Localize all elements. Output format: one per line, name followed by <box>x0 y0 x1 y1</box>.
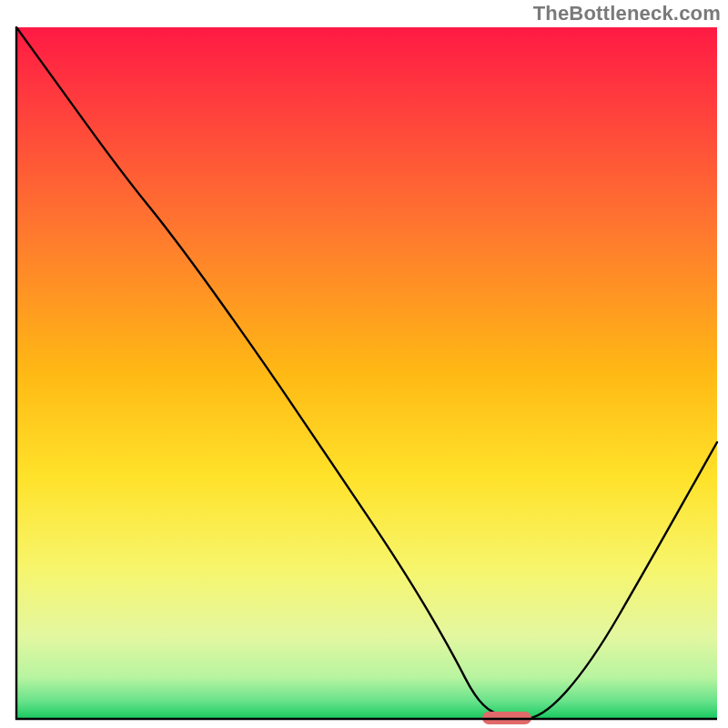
chart-stage: TheBottleneck.com <box>0 0 728 728</box>
watermark-text: TheBottleneck.com <box>533 2 721 25</box>
bottleneck-chart <box>0 0 728 728</box>
gradient-background <box>16 27 717 719</box>
